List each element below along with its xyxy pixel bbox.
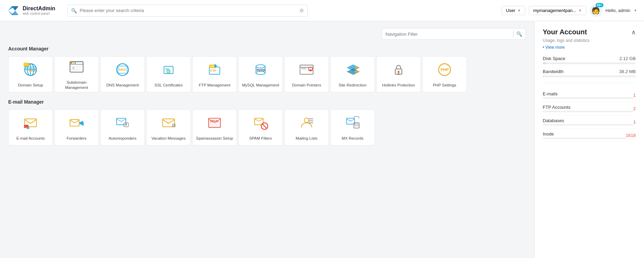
svg-text:DNS: DNS [119, 67, 126, 71]
card-icon-ftp: FTP [207, 62, 222, 80]
user-role-label: User [506, 8, 515, 13]
email-manager-card-mailinglists[interactable]: Mailing Lists [284, 109, 329, 145]
header-right: User ▼ mymanagementpan... ▼ 🧑 99+ Hello,… [502, 4, 637, 17]
view-more-link[interactable]: • View more [543, 45, 636, 50]
settings-icon[interactable]: ⚙ [299, 8, 304, 14]
logo-area: DirectAdmin web control panel [7, 4, 62, 17]
bandwidth-label: Bandwidth [543, 69, 564, 74]
card-icon-ssl: SSL [161, 62, 176, 80]
svg-rect-14 [71, 62, 72, 64]
stat-item-value: 1618 [626, 133, 636, 138]
search-bar[interactable]: 🔍 ⚙ [67, 4, 308, 17]
nav-filter-search-icon[interactable]: 🔍 [516, 31, 522, 37]
search-input[interactable] [80, 8, 297, 13]
svg-text:X: X [173, 124, 174, 127]
account-manager-card-ssl[interactable]: SSL SSL Certificates [146, 56, 191, 92]
svg-point-31 [256, 64, 265, 68]
email-manager-card-forwarders[interactable]: Forwarders [54, 109, 99, 145]
card-icon-mailinglists [299, 115, 314, 133]
main-layout: 🔍 Account Manager WWWWWW Domain Setup :/… [0, 21, 644, 258]
svg-text:WWW: WWW [25, 64, 31, 66]
email-manager-grid: ---- E-mail Accounts Forwarders Autoresp… [8, 109, 526, 145]
card-label-autoresponders: Autoresponders [108, 136, 136, 141]
bandwidth-bar [543, 75, 636, 77]
bandwidth-stat: Bandwidth 38.2 MB [543, 69, 636, 77]
svg-marker-3 [12, 11, 19, 15]
stat-item-value: 2 [633, 106, 636, 111]
card-icon-siteredirect [345, 62, 360, 80]
stat-item-value: 1 [633, 119, 636, 125]
stat-item-bar [543, 124, 633, 126]
nav-filter-input[interactable] [386, 32, 510, 37]
card-icon-subdomain: :// [69, 59, 84, 77]
sidebar-subtitle: Usage, logs and statistics [543, 38, 636, 43]
email-manager-card-mxrecords[interactable]: MX Records [330, 109, 375, 145]
hello-chevron-icon: ▼ [634, 9, 637, 12]
content-area: 🔍 Account Manager WWWWWW Domain Setup :/… [0, 21, 534, 258]
card-icon-domainpointers: www [299, 62, 314, 80]
svg-rect-15 [73, 62, 74, 64]
disk-space-bar [543, 62, 636, 64]
card-label-ftp: FTP Management [199, 83, 230, 88]
account-manager-card-php[interactable]: PHP PHP Settings [422, 56, 467, 92]
brand-name: DirectAdmin [23, 5, 55, 12]
svg-point-35 [256, 71, 265, 74]
account-manager-card-subdomain[interactable]: :// Subdomain Management [54, 56, 99, 92]
card-icon-hotlinks [391, 62, 406, 80]
stat-item-bar [543, 97, 633, 99]
account-manager-grid: WWWWWW Domain Setup :// Subdomain Manage… [8, 56, 526, 92]
email-manager-card-emailaccounts[interactable]: ---- E-mail Accounts [8, 109, 53, 145]
account-manager-card-domain[interactable]: WWWWWW Domain Setup [8, 56, 53, 92]
stat-item-bar [543, 138, 626, 139]
card-label-dns: DNS Management [106, 83, 139, 88]
stats-section: E-mails 1 FTP Accounts 2 Databases 1 Ino… [543, 89, 636, 142]
card-label-siteredirect: Site Redirection [338, 83, 366, 88]
card-label-mailinglists: Mailing Lists [296, 136, 317, 141]
card-label-php: PHP Settings [433, 83, 456, 88]
card-icon-forwarders [69, 115, 84, 133]
card-label-forwarders: Forwarders [67, 136, 87, 141]
stat-item-label: Inode [543, 131, 554, 137]
account-manager-card-hotlinks[interactable]: Hotlinks Protection [376, 56, 421, 92]
card-icon-php: PHP [437, 62, 452, 80]
account-manager-card-siteredirect[interactable]: Site Redirection [330, 56, 375, 92]
svg-text:PHP: PHP [441, 67, 449, 71]
disk-space-stat: Disk Space 2.12 GB [543, 56, 636, 64]
email-manager-card-autoresponders[interactable]: Autoresponders [100, 109, 145, 145]
email-manager-card-spamfilters[interactable]: SPAM Filters [238, 109, 283, 145]
disk-space-label: Disk Space [543, 56, 565, 61]
header: DirectAdmin web control panel 🔍 ⚙ User ▼… [0, 0, 644, 21]
disk-space-fill [543, 62, 547, 64]
logo-text: DirectAdmin web control panel [23, 5, 55, 16]
sidebar-collapse-button[interactable]: ∧ [631, 28, 636, 36]
disk-space-value: 2.12 GB [619, 56, 636, 61]
sidebar-title: Your Account [543, 28, 587, 36]
card-label-ssl: SSL Certificates [154, 83, 183, 88]
email-manager-card-spam[interactable]: SPAM Spamassassin Setup [192, 109, 237, 145]
svg-point-62 [126, 123, 127, 124]
domain-label: mymanagementpan... [533, 8, 576, 13]
search-icon: 🔍 [71, 8, 77, 13]
svg-text:----: ---- [25, 126, 28, 128]
account-manager-card-domainpointers[interactable]: www Domain Pointers [284, 56, 329, 92]
card-label-hotlinks: Hotlinks Protection [382, 83, 415, 88]
nav-filter-row: 🔍 [8, 28, 526, 40]
card-label-mysql: MySQL Management [242, 83, 279, 88]
domain-selector-button[interactable]: mymanagementpan... ▼ [529, 6, 586, 15]
user-chevron-icon: ▼ [517, 9, 521, 12]
svg-point-72 [304, 118, 309, 122]
account-manager-card-dns[interactable]: DNS DNS Management [100, 56, 145, 92]
account-manager-card-mysql[interactable]: MySQL MySQL Management [238, 56, 283, 92]
user-role-button[interactable]: User ▼ [502, 6, 525, 15]
brand-sub: web control panel [23, 12, 55, 16]
card-icon-dns: DNS [115, 62, 130, 80]
svg-text:FTP: FTP [210, 68, 217, 72]
bandwidth-fill [543, 75, 544, 77]
svg-point-26 [167, 70, 170, 73]
email-manager-card-vacation[interactable]: X Vacation Messages [146, 109, 191, 145]
svg-text:MySQL: MySQL [257, 68, 266, 71]
stat-item-databases: Databases 1 [543, 115, 636, 129]
stat-divider [543, 83, 636, 83]
card-icon-vacation: X [161, 115, 176, 133]
account-manager-card-ftp[interactable]: FTP FTP Management [192, 56, 237, 92]
